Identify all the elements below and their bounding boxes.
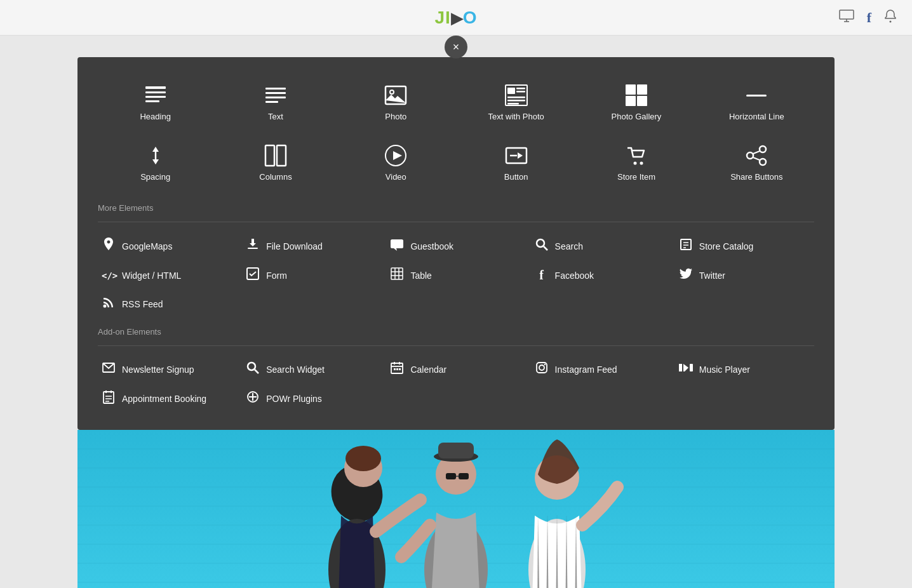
calendar-label: Calendar [410, 364, 446, 375]
table-label: Table [410, 271, 431, 281]
more-store-catalog[interactable]: Store Catalog [675, 232, 814, 260]
svg-point-36 [633, 162, 636, 165]
svg-rect-9 [265, 92, 286, 94]
addon-powr-plugins[interactable]: POWr Plugins [242, 385, 381, 412]
svg-rect-19 [507, 100, 525, 102]
element-button[interactable]: Button [459, 135, 573, 190]
twitter-icon [679, 267, 693, 283]
element-photo-gallery[interactable]: Photo Gallery [579, 75, 694, 130]
primary-elements-grid: Heading Text Photo Text [98, 75, 814, 190]
more-file-download[interactable]: File Download [242, 232, 381, 260]
music-player-icon [679, 361, 693, 377]
svg-point-44 [537, 239, 544, 247]
addon-elements-grid: Newsletter Signup Search Widget Calendar [98, 356, 814, 412]
svg-marker-26 [152, 147, 159, 152]
addon-instagram[interactable]: Instagram Feed [531, 356, 670, 382]
svg-marker-71 [683, 364, 688, 371]
photo-icon [384, 84, 407, 107]
svg-rect-20 [507, 103, 519, 105]
svg-point-40 [747, 152, 753, 159]
svg-rect-4 [145, 86, 166, 89]
more-search[interactable]: Search [531, 232, 670, 260]
more-facebook[interactable]: f Facebook [531, 262, 670, 288]
text-label: Text [268, 112, 283, 121]
svg-point-39 [760, 159, 766, 165]
more-form[interactable]: Form [242, 262, 381, 288]
button-icon [505, 144, 528, 167]
horizontal-line-icon [745, 84, 768, 107]
element-text[interactable]: Text [218, 75, 333, 130]
more-elements-section: More Elements GoogleMaps File Download [98, 203, 814, 317]
element-heading[interactable]: Heading [98, 75, 213, 130]
element-columns[interactable]: Columns [218, 135, 333, 190]
search-icon [535, 238, 549, 254]
svg-rect-23 [626, 96, 636, 106]
appointment-icon [102, 390, 116, 407]
svg-rect-99 [438, 443, 474, 458]
instagram-label: Instagram Feed [555, 364, 617, 375]
element-photo[interactable]: Photo [339, 75, 453, 130]
addon-appointment[interactable]: Appointment Booking [98, 385, 237, 412]
svg-rect-100 [446, 473, 456, 479]
topbar: JI▶O f [0, 0, 912, 36]
logo-dot: O [463, 8, 478, 27]
music-player-label: Music Player [699, 364, 750, 375]
more-section-label: More Elements [98, 203, 814, 213]
search-widget-label: Search Widget [266, 364, 325, 375]
svg-line-42 [753, 157, 760, 160]
element-share-buttons[interactable]: Share Buttons [699, 135, 814, 190]
svg-point-3 [890, 21, 892, 23]
addon-newsletter[interactable]: Newsletter Signup [98, 356, 237, 382]
svg-point-68 [539, 365, 544, 370]
svg-rect-65 [396, 368, 398, 370]
addon-music-player[interactable]: Music Player [675, 356, 814, 382]
twitter-label: Twitter [699, 271, 725, 281]
bell-icon[interactable] [884, 9, 897, 26]
columns-label: Columns [259, 172, 292, 182]
more-widget-html[interactable]: </> Widget / HTML [98, 262, 237, 288]
svg-rect-0 [840, 10, 854, 19]
close-button[interactable]: × [445, 36, 467, 58]
svg-line-41 [753, 151, 760, 154]
svg-rect-72 [690, 364, 693, 371]
horizontal-line-label: Horizontal Line [729, 112, 784, 121]
monitor-icon[interactable] [839, 10, 854, 25]
svg-rect-11 [265, 101, 278, 103]
svg-rect-8 [265, 88, 286, 90]
powr-plugins-icon [246, 391, 260, 406]
element-text-with-photo[interactable]: Text with Photo [459, 75, 573, 130]
element-horizontal-line[interactable]: Horizontal Line [699, 75, 814, 130]
more-guestbook[interactable]: Guestbook [386, 232, 525, 260]
addon-calendar[interactable]: Calendar [386, 356, 525, 382]
instagram-icon [535, 361, 549, 377]
columns-icon [264, 144, 287, 167]
googlemaps-icon [102, 237, 116, 255]
svg-rect-43 [248, 248, 258, 249]
element-store-item[interactable]: Store Item [579, 135, 694, 190]
heading-label: Heading [140, 112, 170, 121]
facebook-icon[interactable]: f [867, 10, 871, 26]
facebook-label: Facebook [555, 271, 594, 281]
search-label: Search [555, 241, 583, 251]
more-elements-grid: GoogleMaps File Download Guestbook [98, 232, 814, 317]
svg-rect-10 [265, 97, 286, 98]
element-video[interactable]: Video [339, 135, 453, 190]
photo-inner [77, 430, 835, 588]
more-rss-feed[interactable]: RSS Feed [98, 291, 237, 317]
svg-point-37 [640, 162, 643, 165]
svg-point-56 [104, 305, 107, 308]
more-twitter[interactable]: Twitter [675, 262, 814, 288]
addon-search-widget[interactable]: Search Widget [242, 356, 381, 382]
people-svg [77, 430, 835, 588]
logo-arrow: ▶ [451, 10, 463, 27]
addon-elements-section: Add-on Elements Newsletter Signup Search… [98, 327, 814, 412]
svg-rect-21 [626, 84, 636, 95]
svg-rect-51 [391, 268, 403, 279]
more-table[interactable]: Table [386, 262, 525, 288]
widget-html-label: Widget / HTML [122, 271, 181, 281]
svg-rect-30 [277, 145, 286, 166]
more-googlemaps[interactable]: GoogleMaps [98, 232, 237, 260]
newsletter-label: Newsletter Signup [122, 364, 194, 375]
svg-rect-18 [507, 97, 525, 98]
element-spacing[interactable]: Spacing [98, 135, 213, 190]
